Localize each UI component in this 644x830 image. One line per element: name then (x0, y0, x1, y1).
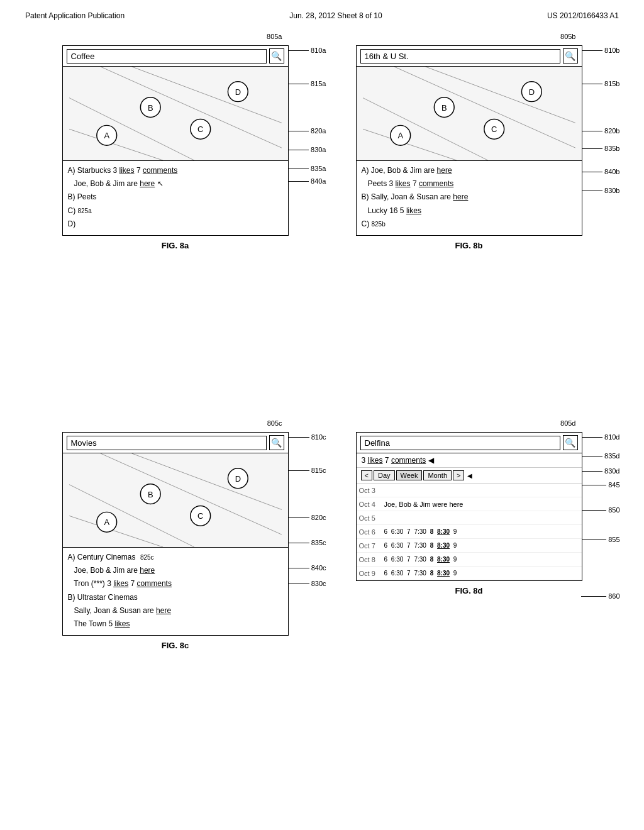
phone-frame-8d: 🔍 3 likes 7 comments ◀ < Day Week Month … (356, 432, 582, 581)
callout-805a: 805a (267, 33, 282, 40)
callout-830d: 830d (577, 467, 619, 475)
result-c-8b: C) 825b (362, 218, 577, 230)
cal-week-btn[interactable]: Week (396, 470, 423, 480)
phone-frame-8c: 🔍 A B C D (62, 432, 289, 636)
result-a2-8b: Peets 3 likes 7 comments (362, 178, 577, 190)
callout-820c: 820c (284, 514, 326, 521)
search-bar-8c: 🔍 (63, 433, 288, 453)
svg-text:B: B (147, 490, 153, 499)
figure-8c: 805c 810c 815c 820c 835c 840c (38, 432, 313, 800)
result-a2-8c: Joe, Bob & Jim are here (68, 565, 283, 577)
callout-820b: 820b (577, 127, 619, 135)
result-d-8a: D) (68, 218, 283, 230)
svg-line-0 (69, 98, 194, 160)
svg-line-13 (394, 67, 575, 148)
cal-row-oct4: Oct 4 Joe, Bob & Jim were here (357, 497, 582, 511)
callout-810d: 810d (577, 433, 619, 441)
cal-row-oct8: Oct 8 6 6:30 7 7:30 8 8:30 9 (357, 553, 582, 567)
cal-next-btn[interactable]: > (453, 470, 464, 480)
results-8b: A) Joe, Bob & Jim are here Peets 3 likes… (357, 161, 582, 235)
result-b1-8b: B) Sally, Joan & Susan are here (362, 191, 577, 203)
search-input-8a[interactable] (67, 49, 267, 64)
callout-840b: 840b (577, 168, 619, 175)
callout-810a: 810a (284, 47, 326, 54)
svg-text:C: C (197, 124, 203, 134)
callout-835d: 835d (577, 452, 619, 460)
figure-8d: 805d 810d 835d 830d 845 850 (331, 432, 606, 800)
fig-label-8a: FIG. 8a (162, 241, 189, 250)
callout-810b: 810b (577, 47, 619, 54)
result-b2-8b: Lucky 16 5 likes (362, 205, 577, 217)
callout-815c: 815c (284, 467, 326, 474)
search-icon-8d[interactable]: 🔍 (563, 435, 578, 450)
callout-810c: 810c (284, 433, 326, 441)
result-a2-8a: Joe, Bob & Jim are here ↖ (68, 178, 283, 190)
callout-845: 845 (581, 481, 619, 489)
callout-840c: 840c (284, 564, 326, 572)
callout-815a: 815a (284, 80, 326, 87)
header-center: Jun. 28, 2012 Sheet 8 of 10 (289, 11, 382, 20)
search-icon-8b[interactable]: 🔍 (563, 48, 578, 64)
search-bar-8a: 🔍 (63, 46, 288, 67)
figure-8a: 805a 810a 815a 820a 830a 835a (38, 45, 313, 413)
svg-text:D: D (235, 474, 240, 484)
callout-830c: 830c (284, 580, 326, 587)
map-8c: A B C D (63, 453, 288, 548)
svg-text:B: B (147, 103, 153, 113)
cal-row-oct6: Oct 6 6 6:30 7 7:30 8 8:30 9 (357, 525, 582, 539)
callout-855: 855 (581, 536, 619, 543)
search-bar-8b: 🔍 (357, 46, 582, 67)
svg-text:C: C (491, 124, 497, 134)
svg-text:A: A (104, 517, 109, 527)
callout-830a: 830a (284, 146, 326, 153)
callout-835c: 835c (284, 539, 326, 546)
results-8c: A) Century Cinemas 825c Joe, Bob & Jim a… (63, 548, 288, 635)
search-input-8c[interactable] (67, 436, 267, 450)
page-header: Patent Application Publication Jun. 28, … (0, 0, 644, 26)
header-right: US 2012/0166433 A1 (547, 11, 619, 20)
result-a1-8b: A) Joe, Bob & Jim are here (362, 165, 577, 177)
callout-805d: 805d (560, 419, 575, 427)
result-a3-8c: Tron (***) 3 likes 7 comments (68, 578, 283, 590)
cal-row-oct7: Oct 7 6 6:30 7 7:30 8 8:30 9 (357, 539, 582, 553)
callout-820a: 820a (284, 127, 326, 135)
svg-line-1 (100, 67, 281, 148)
callout-850: 850 (581, 506, 619, 514)
search-input-8b[interactable] (360, 49, 560, 64)
fig-label-8c: FIG. 8c (162, 641, 189, 650)
svg-line-25 (100, 453, 281, 534)
result-a1-8c: A) Century Cinemas 825c (68, 551, 283, 563)
callout-860: 860 (581, 592, 619, 600)
calendar-nav-8d: < Day Week Month > ◀ (357, 468, 582, 484)
svg-line-24 (69, 485, 194, 547)
callout-835a: 835a (284, 165, 326, 172)
svg-text:A: A (104, 131, 109, 140)
fig-label-8d: FIG. 8d (455, 586, 482, 595)
likes-comments-8d: 3 likes 7 comments ◀ (357, 453, 582, 468)
result-b2-8c: Sally, Joan & Susan are here (68, 605, 283, 617)
cal-day-btn[interactable]: Day (374, 470, 395, 480)
result-a-8a: A) Starbucks 3 likes 7 comments (68, 165, 283, 177)
cal-prev-btn[interactable]: < (361, 470, 372, 480)
search-bar-8d: 🔍 (357, 433, 582, 453)
svg-text:D: D (528, 87, 534, 97)
cal-month-btn[interactable]: Month (423, 470, 452, 480)
cal-row-oct5: Oct 5 (357, 511, 582, 525)
search-icon-8c[interactable]: 🔍 (269, 435, 284, 450)
callout-815b: 815b (577, 80, 619, 87)
figures-container: 805a 810a 815a 820a 830a 835a (0, 26, 644, 819)
cal-row-oct3: Oct 3 (357, 484, 582, 497)
result-b1-8c: B) Ultrastar Cinemas (68, 592, 283, 604)
fig-label-8b: FIG. 8b (455, 241, 482, 250)
svg-text:A: A (397, 131, 403, 140)
svg-text:C: C (197, 511, 203, 521)
search-input-8d[interactable] (360, 436, 560, 450)
results-8a: A) Starbucks 3 likes 7 comments Joe, Bob… (63, 161, 288, 235)
phone-frame-8a: 🔍 A B (62, 45, 289, 236)
svg-text:B: B (441, 103, 447, 113)
callout-805c: 805c (267, 419, 282, 427)
calendar-body-8d: Oct 3 Oct 4 Joe, Bob & Jim were here Oct… (357, 484, 582, 580)
result-b3-8c: The Town 5 likes (68, 618, 283, 630)
search-icon-8a[interactable]: 🔍 (269, 48, 284, 64)
callout-840a: 840a (284, 177, 326, 185)
